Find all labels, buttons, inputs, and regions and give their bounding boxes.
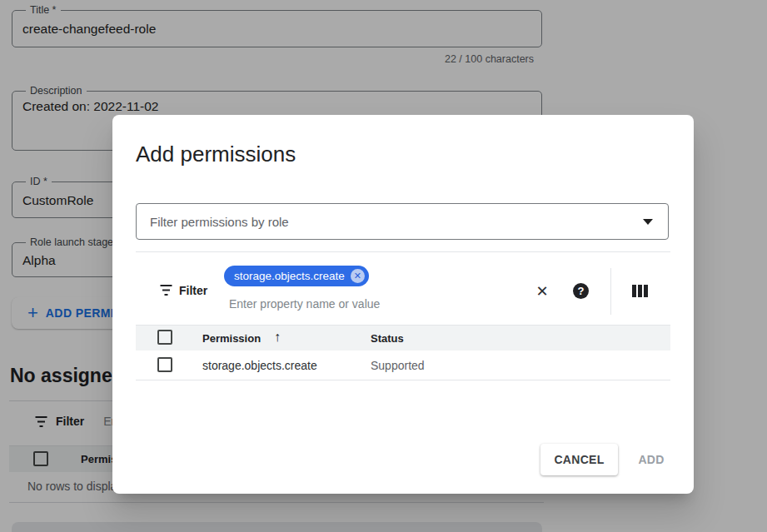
sort-ascending-icon[interactable]: ↑ [274,330,281,345]
divider [136,251,670,252]
cancel-button[interactable]: CANCEL [540,444,618,475]
filter-permissions-by-role-dropdown[interactable]: Filter permissions by role [136,203,669,240]
add-permissions-dialog: Add permissions Filter permissions by ro… [112,115,694,494]
status-column-header: Status [371,332,404,345]
clear-filter-icon[interactable]: ✕ [531,282,553,301]
chevron-down-icon [643,219,653,225]
chip-remove-icon[interactable]: ✕ [351,269,365,283]
divider [610,268,611,315]
dialog-title: Add permissions [136,142,296,167]
role-dropdown-placeholder: Filter permissions by role [150,215,643,229]
filter-chip-storage-objects-create[interactable]: storage.objects.create ✕ [224,266,369,286]
add-button[interactable]: ADD [626,444,676,475]
row-checkbox[interactable] [157,357,172,372]
filter-input[interactable]: Enter property name or value [229,297,380,311]
permission-cell: storage.objects.create [202,359,317,372]
column-display-options-icon[interactable] [632,285,650,297]
permissions-table-header: Permission ↑ Status [136,325,670,351]
select-all-checkbox[interactable] [157,330,172,345]
status-cell: Supported [371,359,425,372]
permission-column-header[interactable]: Permission [202,332,261,345]
filter-label: Filter [179,284,207,297]
help-icon[interactable]: ? [573,283,589,299]
filter-icon [159,284,173,296]
table-row[interactable]: storage.objects.create Supported [136,351,670,380]
